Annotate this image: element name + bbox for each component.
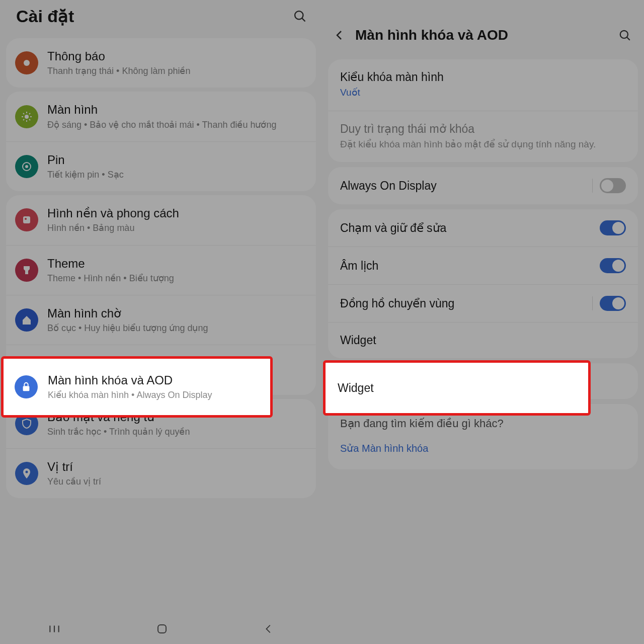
- row-title: Màn hình khóa và AOD: [48, 372, 259, 388]
- widget-row-highlight[interactable]: Widget: [323, 360, 591, 416]
- settings-row[interactable]: Thông báoThanh trạng thái • Không làm ph…: [6, 38, 316, 88]
- svg-point-17: [26, 471, 28, 473]
- toggle-row[interactable]: Đồng hồ chuyển vùng: [328, 284, 638, 322]
- row-sub: Kiểu khóa màn hình • Always On Display: [48, 389, 259, 401]
- toggle[interactable]: [600, 296, 626, 311]
- svg-point-2: [24, 60, 30, 66]
- svg-rect-22: [158, 625, 166, 633]
- lockscreen-aod-pane: Màn hình khóa và AOD Kiểu khóa màn hình …: [322, 0, 644, 644]
- recents-icon[interactable]: [48, 622, 61, 635]
- wallpaper-icon: [15, 208, 38, 231]
- location-icon: [15, 462, 38, 485]
- display-icon: [15, 105, 38, 128]
- aod-toggle[interactable]: [600, 178, 626, 193]
- edit-lockscreen-link[interactable]: Sửa Màn hình khóa: [340, 442, 428, 454]
- search-icon: [293, 9, 307, 23]
- settings-row[interactable]: ThemeTheme • Hình nền • Biểu tượng: [6, 245, 316, 295]
- android-navbar: [0, 614, 322, 644]
- settings-pane: Cài đặt Thông báoThanh trạng thái • Khôn…: [0, 0, 322, 644]
- search-button[interactable]: [615, 25, 635, 45]
- extend-unlock-row: Duy trì trạng thái mở khóa Đặt kiểu khóa…: [328, 111, 638, 163]
- toggle-row[interactable]: Chạm và giữ để sửa: [328, 209, 638, 247]
- lock-type-row[interactable]: Kiểu khóa màn hình Vuốt: [328, 59, 638, 111]
- svg-rect-18: [23, 386, 30, 391]
- settings-row[interactable]: Vị tríYêu cầu vị trí: [6, 448, 316, 498]
- settings-row[interactable]: Màn hình chờBố cục • Huy hiệu biểu tượng…: [6, 295, 316, 345]
- svg-line-24: [627, 37, 629, 40]
- notification-icon: [15, 51, 38, 74]
- back-button[interactable]: [331, 27, 348, 44]
- toggle[interactable]: [600, 258, 626, 273]
- home-icon: [15, 308, 38, 332]
- lockscreen-aod-row-highlight[interactable]: Màn hình khóa và AOD Kiểu khóa màn hình …: [1, 356, 273, 418]
- theme-icon: [15, 259, 38, 282]
- svg-line-10: [23, 119, 24, 120]
- back-nav-icon[interactable]: [263, 623, 274, 634]
- settings-row[interactable]: Hình nền và phong cáchHình nền • Bảng mà…: [6, 195, 316, 245]
- search-icon: [618, 29, 631, 42]
- chevron-left-icon: [334, 29, 346, 41]
- widget-row[interactable]: Widget: [328, 322, 638, 358]
- svg-line-9: [29, 119, 30, 120]
- home-nav-icon[interactable]: [156, 623, 168, 635]
- svg-point-0: [295, 11, 303, 19]
- settings-row[interactable]: PinTiết kiệm pin • Sạc: [6, 141, 316, 191]
- toggle-row[interactable]: Âm lịch: [328, 247, 638, 284]
- lock-icon: [15, 375, 38, 398]
- page-title: Cài đặt: [16, 6, 74, 26]
- settings-row[interactable]: Màn hìnhĐộ sáng • Bảo vệ cho mắt thoải m…: [6, 92, 316, 141]
- svg-line-1: [302, 19, 305, 22]
- svg-line-11: [29, 113, 30, 114]
- svg-rect-14: [23, 216, 30, 223]
- svg-point-13: [25, 165, 28, 168]
- aod-row[interactable]: Always On Display: [328, 167, 638, 204]
- screen-title: Màn hình khóa và AOD: [355, 27, 608, 43]
- svg-point-15: [25, 218, 27, 220]
- svg-point-3: [25, 115, 29, 119]
- svg-point-23: [620, 31, 628, 38]
- battery-icon: [15, 155, 38, 178]
- svg-line-8: [23, 113, 24, 114]
- search-button[interactable]: [290, 6, 310, 26]
- toggle[interactable]: [600, 220, 626, 235]
